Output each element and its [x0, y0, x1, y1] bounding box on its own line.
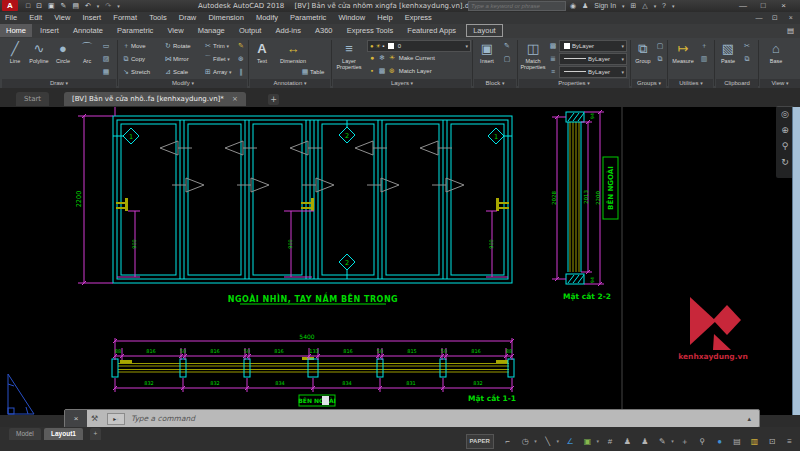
plot-status-icon[interactable]: ▤: [731, 434, 744, 449]
layer-select[interactable]: ● ☀ ▪ 0 ▾: [367, 40, 471, 52]
sign-in-caret-icon[interactable]: ▾: [620, 1, 627, 11]
drawing-viewport[interactable]: 2200 900 900 900 1 2 1 2 NGOÀI NHÌN, TAY…: [0, 107, 800, 415]
menu-window[interactable]: Window: [333, 12, 370, 24]
stretch-button[interactable]: ↘Stretch: [121, 66, 150, 78]
arc-button[interactable]: ⌒Arc: [75, 40, 99, 64]
command-prompt-icon[interactable]: ▸▾: [107, 413, 125, 425]
snap-caret-icon[interactable]: ▾: [532, 434, 537, 449]
panel-label-utilities[interactable]: Utilities ▾: [669, 79, 713, 88]
open-icon[interactable]: ⊡: [34, 1, 44, 11]
fillet-button[interactable]: ⌒Fillet ▾: [203, 53, 230, 65]
panel-label-block[interactable]: Block ▾: [474, 79, 516, 88]
save-as-icon[interactable]: ✎: [59, 1, 69, 11]
command-customize-icon[interactable]: ⚒: [91, 410, 98, 427]
ribbon-tab-output[interactable]: Output: [233, 24, 268, 37]
command-input[interactable]: Type a command: [131, 410, 195, 427]
ribbon-tab-express-tools[interactable]: Express Tools: [341, 24, 400, 37]
close-button[interactable]: ×: [774, 0, 792, 11]
app-store-icon[interactable]: ⊞: [628, 1, 638, 11]
match-layer-button[interactable]: ▪▩⊛ Match Layer: [367, 65, 432, 77]
search-input[interactable]: [468, 1, 566, 11]
match-properties-button[interactable]: ◫Match Properties: [520, 40, 546, 70]
quick-properties-icon[interactable]: ⚲: [696, 434, 709, 449]
isodraft-caret-icon[interactable]: ▾: [554, 434, 559, 449]
save-icon[interactable]: ▣: [46, 1, 57, 11]
tab-active-drawing[interactable]: [BV] Bản vẽ cửa nhô..fa [kenhxaydung.vn]…: [64, 92, 246, 106]
explode-icon[interactable]: ⊛: [235, 53, 247, 64]
ribbon-tab-annotate[interactable]: Annotate: [67, 24, 109, 37]
ribbon-tab-insert[interactable]: Insert: [34, 24, 65, 37]
model-tab[interactable]: Model: [9, 428, 41, 440]
workspace-gear-icon[interactable]: ✎: [656, 434, 669, 449]
polyline-button[interactable]: ∿Polyline: [27, 40, 51, 64]
undo-caret-icon[interactable]: ▾: [95, 1, 102, 11]
menu-edit[interactable]: Edit: [24, 12, 47, 24]
offset-icon[interactable]: ∥: [235, 66, 247, 77]
isolate-objects-icon[interactable]: ▥: [748, 434, 761, 449]
group-edit-icon[interactable]: ⧉: [654, 53, 666, 64]
erase-icon[interactable]: ✎: [235, 40, 247, 51]
ribbon-tab-manage[interactable]: Manage: [192, 24, 231, 37]
annotation-monitor-icon[interactable]: ＋: [678, 434, 691, 449]
dimension-button[interactable]: ↔Dimension: [276, 40, 310, 64]
layer-properties-button[interactable]: ≡Layer Properties: [334, 40, 364, 70]
autocad-logo-icon[interactable]: A: [2, 0, 18, 11]
ribbon-tab-a360[interactable]: A360: [309, 24, 339, 37]
menu-file[interactable]: File: [0, 12, 22, 24]
exchange-apps-icon[interactable]: △: [640, 1, 649, 11]
object-color-select[interactable]: ByLayer▾: [559, 40, 627, 52]
measure-button[interactable]: ↦Measure: [670, 40, 696, 64]
object-snap-icon[interactable]: ∠: [564, 434, 577, 449]
tab-start[interactable]: Start: [16, 92, 49, 106]
redo-icon[interactable]: ↷: [103, 1, 113, 11]
annotation-autoscale-icon[interactable]: ♟: [638, 434, 651, 449]
linetype-icon[interactable]: ≡: [547, 66, 559, 77]
plot-icon[interactable]: ▤: [70, 1, 81, 11]
doc-restore-button[interactable]: ⊡: [768, 12, 782, 24]
panel-label-modify[interactable]: Modify ▾: [119, 79, 247, 88]
menu-draw[interactable]: Draw: [174, 12, 202, 24]
copy-button[interactable]: ⧉Copy: [121, 53, 145, 65]
lineweight-select[interactable]: ByLayer▾: [559, 53, 627, 65]
ribbon-tab-addins[interactable]: Add-ins: [269, 24, 306, 37]
ribbon-tab-layout[interactable]: Layout: [466, 24, 503, 37]
menu-parametric[interactable]: Parametric: [285, 12, 331, 24]
snap-tracking-caret-icon[interactable]: ▾: [594, 434, 599, 449]
snap-tracking-icon[interactable]: ▣: [581, 434, 594, 449]
panel-label-layers[interactable]: Layers ▾: [333, 79, 471, 88]
layout1-tab[interactable]: Layout1: [44, 428, 83, 440]
menu-express[interactable]: Express: [400, 12, 437, 24]
make-current-button[interactable]: ●❄☀ Make Current: [367, 52, 435, 64]
panel-label-properties[interactable]: Properties ▾: [519, 79, 629, 88]
rectangle-tool-icon[interactable]: ▭: [100, 40, 112, 51]
panel-label-view[interactable]: View ▾: [760, 79, 800, 88]
menu-view[interactable]: View: [49, 12, 75, 24]
workspace-caret-icon[interactable]: ▾: [669, 434, 674, 449]
vertical-scrollbar[interactable]: [792, 107, 800, 427]
minimize-button[interactable]: —: [734, 0, 752, 11]
hatch-tool-icon[interactable]: ▨: [100, 53, 112, 64]
panel-label-clipboard[interactable]: Clipboard: [716, 79, 758, 88]
new-layout-button[interactable]: +: [90, 428, 101, 440]
qat-customize-icon[interactable]: ▾: [115, 1, 122, 11]
block-edit-icon[interactable]: ✎: [501, 40, 513, 51]
annotation-visibility-icon[interactable]: ♟: [621, 434, 634, 449]
isodraft-icon[interactable]: ╲: [541, 434, 554, 449]
graphics-performance-icon[interactable]: ●: [713, 434, 726, 449]
doc-minimize-button[interactable]: —: [752, 12, 766, 24]
clean-screen-icon[interactable]: ⊡: [766, 434, 779, 449]
base-button[interactable]: ⌂Base: [764, 40, 788, 64]
paste-button[interactable]: ▧Paste: [717, 40, 739, 64]
menu-insert[interactable]: Insert: [77, 12, 106, 24]
move-button[interactable]: ＋Move: [121, 40, 146, 52]
menu-dimension[interactable]: Dimension: [203, 12, 248, 24]
tab-close-icon[interactable]: ×: [232, 95, 238, 103]
sign-in-icon[interactable]: ♟: [580, 1, 590, 11]
table-button[interactable]: ▦Table: [300, 66, 324, 78]
undo-icon[interactable]: ↶: [83, 1, 93, 11]
cut-icon[interactable]: ✂: [741, 40, 753, 51]
menu-tools[interactable]: Tools: [144, 12, 172, 24]
quick-calc-icon[interactable]: ＋: [698, 40, 710, 51]
search-icon[interactable]: ◉: [568, 1, 578, 11]
circle-button[interactable]: ●Circle: [51, 40, 75, 64]
